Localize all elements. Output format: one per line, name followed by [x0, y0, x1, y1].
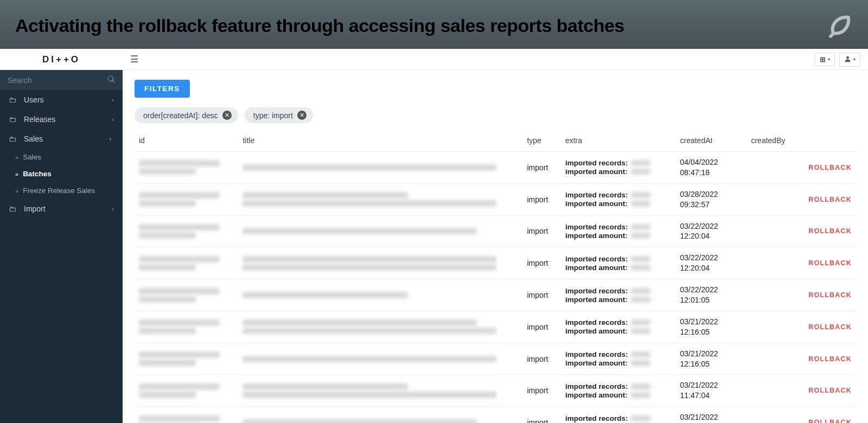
double-chevron-icon: »	[15, 154, 18, 161]
sidebar-item-users[interactable]: 🗀 Users ‹	[0, 90, 123, 110]
search-icon	[107, 75, 115, 85]
rollback-button[interactable]: ROLLBACK	[796, 343, 856, 375]
cell-createdby	[746, 311, 796, 343]
chevron-left-icon: ‹	[112, 116, 114, 123]
chip-remove-icon[interactable]: ✕	[222, 111, 232, 120]
cell-type: import	[522, 375, 561, 407]
col-extra[interactable]: extra	[561, 131, 676, 152]
redacted-value	[631, 328, 650, 334]
table-row: importimported records:imported amount:0…	[135, 215, 856, 247]
folder-icon: 🗀	[9, 115, 18, 124]
cell-title	[238, 311, 522, 343]
chevron-down-icon: ⌄	[108, 137, 115, 142]
sidebar-sub-label: Freeze Release Sales	[23, 187, 95, 195]
sidebar-item-sales[interactable]: 🗀 Sales ⌄	[0, 129, 123, 149]
cell-type: import	[522, 311, 561, 343]
table-header-row: id title type extra createdAt createdBy	[135, 131, 856, 152]
double-chevron-icon: »	[15, 171, 18, 177]
rollback-button[interactable]: ROLLBACK	[796, 311, 856, 343]
redacted-value	[631, 256, 650, 262]
filter-chip[interactable]: type: import ✕	[245, 107, 313, 123]
redacted-value	[631, 319, 650, 325]
cell-type: import	[522, 279, 561, 311]
sidebar-search[interactable]	[0, 70, 123, 90]
folder-icon: 🗀	[9, 95, 18, 104]
table-row: importimported records:imported amount:0…	[135, 311, 856, 343]
cell-createdby	[746, 215, 796, 247]
cell-createdby	[746, 152, 796, 184]
redacted-value	[631, 233, 650, 239]
hamburger-icon[interactable]: ☰	[130, 54, 138, 65]
filter-chips: order[createdAt]: desc ✕ type: import ✕	[135, 107, 856, 123]
cell-extra: imported records:imported amount:	[561, 247, 676, 279]
cell-id	[135, 407, 238, 423]
cell-title	[238, 407, 522, 423]
cell-createdat: 03/21/202212:16:05	[675, 343, 746, 375]
user-menu-button[interactable]: ▾	[839, 53, 860, 67]
extra-records-label: imported records:	[565, 382, 628, 390]
sidebar-sub-sales[interactable]: » Sales	[0, 149, 123, 165]
extra-amount-label: imported amount:	[565, 200, 628, 208]
sidebar-sub-label: Batches	[23, 170, 52, 178]
sidebar-item-import[interactable]: 🗀 Import ‹	[0, 199, 123, 219]
cell-extra: imported records:imported amount:	[561, 375, 676, 407]
cell-extra: imported records:imported amount:	[561, 183, 676, 215]
add-menu-button[interactable]: ⊞ ▾	[815, 53, 835, 66]
rollback-button[interactable]: ROLLBACK	[796, 183, 856, 215]
cell-type: import	[522, 247, 561, 279]
rollback-button[interactable]: ROLLBACK	[796, 279, 856, 311]
redacted-value	[631, 351, 650, 357]
cell-type: import	[522, 152, 561, 184]
sidebar-item-label: Sales	[24, 134, 109, 143]
rollback-button[interactable]: ROLLBACK	[796, 152, 856, 184]
filter-chip[interactable]: order[createdAt]: desc ✕	[135, 107, 238, 123]
search-input[interactable]	[8, 76, 107, 85]
chip-label: type: import	[253, 111, 293, 120]
banner-title: Activating the rollback feature through …	[15, 15, 624, 36]
col-id[interactable]: id	[135, 131, 238, 152]
sidebar-item-releases[interactable]: 🗀 Releases ‹	[0, 110, 123, 129]
cell-id	[135, 247, 238, 279]
redacted-value	[631, 201, 650, 207]
caret-down-icon: ▾	[828, 57, 830, 62]
extra-records-label: imported records:	[565, 255, 628, 263]
rollback-button[interactable]: ROLLBACK	[796, 247, 856, 279]
cell-title	[238, 215, 522, 247]
redacted-value	[631, 169, 650, 175]
cell-createdby	[746, 183, 796, 215]
sidebar-sub-batches[interactable]: » Batches	[0, 165, 123, 182]
col-title[interactable]: title	[238, 131, 522, 152]
cell-id	[135, 215, 238, 247]
batches-table: id title type extra createdAt createdBy …	[135, 131, 856, 423]
rollback-button[interactable]: ROLLBACK	[796, 407, 856, 423]
cell-createdat: 03/21/202211:47:04	[675, 375, 746, 407]
cell-createdby	[746, 407, 796, 423]
cell-title	[238, 247, 522, 279]
col-type[interactable]: type	[522, 131, 561, 152]
brand-logo: DI++O	[0, 49, 123, 70]
cell-title	[238, 152, 522, 184]
sidebar-sub-freeze[interactable]: » Freeze Release Sales	[0, 182, 123, 199]
redacted-value	[631, 192, 650, 198]
extra-amount-label: imported amount:	[565, 296, 628, 304]
filters-button[interactable]: FILTERS	[135, 80, 190, 98]
table-row: importimported records:imported amount:0…	[135, 407, 856, 423]
cell-createdby	[746, 247, 796, 279]
rollback-button[interactable]: ROLLBACK	[796, 215, 856, 247]
cell-createdat: 03/21/202211:47:04	[675, 407, 746, 423]
rollback-button[interactable]: ROLLBACK	[796, 375, 856, 407]
plus-square-icon: ⊞	[820, 55, 826, 63]
caret-down-icon: ▾	[853, 57, 856, 62]
col-createdat[interactable]: createdAt	[675, 131, 746, 152]
col-createdby[interactable]: createdBy	[746, 131, 796, 152]
cell-extra: imported records:imported amount:	[561, 152, 676, 184]
cell-createdat: 04/04/202208:47:18	[675, 152, 746, 184]
redacted-value	[631, 383, 650, 389]
cell-type: import	[522, 183, 561, 215]
chip-remove-icon[interactable]: ✕	[297, 111, 307, 120]
redacted-value	[631, 224, 650, 230]
topbar: ☰ ⊞ ▾ ▾	[123, 49, 868, 70]
extra-records-label: imported records:	[565, 414, 628, 422]
cell-createdby	[746, 279, 796, 311]
cell-id	[135, 375, 238, 407]
